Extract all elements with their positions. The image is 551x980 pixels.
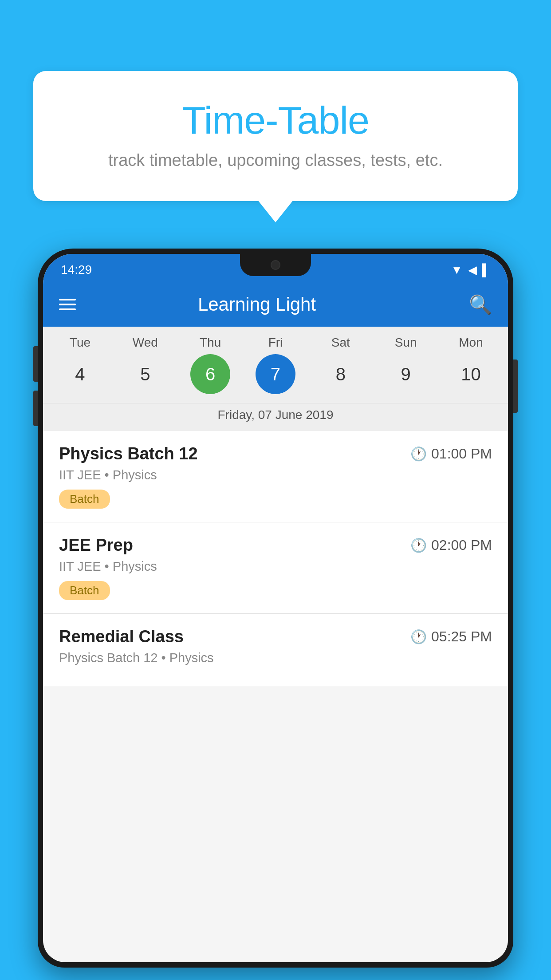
day-label-sat: Sat bbox=[321, 336, 361, 350]
day-7-selected[interactable]: 7 bbox=[256, 354, 295, 394]
day-5[interactable]: 5 bbox=[125, 354, 165, 394]
day-9[interactable]: 9 bbox=[386, 354, 426, 394]
status-icons: ▼ ◀ ▌ bbox=[451, 263, 490, 277]
schedule-item-2-subtitle: IIT JEE • Physics bbox=[59, 559, 492, 574]
wifi-icon: ▼ bbox=[451, 263, 463, 277]
phone-camera bbox=[271, 260, 280, 270]
schedule-item-3-header: Remedial Class 🕐 05:25 PM bbox=[59, 627, 492, 646]
schedule-item-1-time-text: 01:00 PM bbox=[431, 446, 492, 462]
day-label-mon: Mon bbox=[451, 336, 491, 350]
schedule-item-1-title: Physics Batch 12 bbox=[59, 444, 198, 463]
bubble-subtitle: track timetable, upcoming classes, tests… bbox=[64, 151, 487, 170]
toolbar-title: Learning Light bbox=[59, 294, 455, 315]
phone-outer: 14:29 ▼ ◀ ▌ Learning Light 🔍 bbox=[38, 249, 513, 968]
day-6-today[interactable]: 6 bbox=[190, 354, 230, 394]
day-labels: Tue Wed Thu Fri Sat Sun Mon bbox=[43, 336, 508, 354]
schedule-item-1[interactable]: Physics Batch 12 🕐 01:00 PM IIT JEE • Ph… bbox=[43, 431, 508, 522]
battery-icon: ▌ bbox=[482, 263, 490, 277]
day-label-fri: Fri bbox=[256, 336, 295, 350]
schedule-item-3-title: Remedial Class bbox=[59, 627, 184, 646]
schedule-item-1-header: Physics Batch 12 🕐 01:00 PM bbox=[59, 444, 492, 463]
schedule-item-2-time: 🕐 02:00 PM bbox=[410, 537, 492, 553]
speech-bubble-container: Time-Table track timetable, upcoming cla… bbox=[33, 71, 518, 201]
day-10[interactable]: 10 bbox=[451, 354, 491, 394]
schedule-item-3-subtitle: Physics Batch 12 • Physics bbox=[59, 651, 492, 665]
schedule-item-1-badge: Batch bbox=[59, 490, 110, 509]
schedule-item-2-time-text: 02:00 PM bbox=[431, 537, 492, 553]
schedule-item-2-header: JEE Prep 🕐 02:00 PM bbox=[59, 536, 492, 555]
bubble-title: Time-Table bbox=[64, 98, 487, 143]
phone-mockup: 14:29 ▼ ◀ ▌ Learning Light 🔍 bbox=[38, 249, 513, 980]
phone-notch bbox=[240, 254, 311, 276]
day-8[interactable]: 8 bbox=[321, 354, 361, 394]
schedule-item-1-subtitle: IIT JEE • Physics bbox=[59, 468, 492, 482]
phone-volume-up-button bbox=[33, 346, 38, 382]
status-time: 14:29 bbox=[61, 263, 92, 277]
day-label-tue: Tue bbox=[60, 336, 100, 350]
app-toolbar: Learning Light 🔍 bbox=[43, 282, 508, 327]
phone-volume-down-button bbox=[33, 391, 38, 426]
day-numbers: 4 5 6 7 8 9 10 bbox=[43, 354, 508, 403]
signal-icon: ◀ bbox=[468, 263, 477, 277]
day-label-thu: Thu bbox=[190, 336, 230, 350]
schedule-item-3-time-text: 05:25 PM bbox=[431, 628, 492, 645]
phone-screen: 14:29 ▼ ◀ ▌ Learning Light 🔍 bbox=[43, 254, 508, 962]
day-label-sun: Sun bbox=[386, 336, 426, 350]
speech-bubble: Time-Table track timetable, upcoming cla… bbox=[33, 71, 518, 201]
clock-icon-1: 🕐 bbox=[410, 446, 427, 462]
schedule-item-3-time: 🕐 05:25 PM bbox=[410, 628, 492, 645]
clock-icon-2: 🕐 bbox=[410, 537, 427, 553]
day-4[interactable]: 4 bbox=[60, 354, 100, 394]
search-icon[interactable]: 🔍 bbox=[469, 294, 492, 316]
schedule-item-3[interactable]: Remedial Class 🕐 05:25 PM Physics Batch … bbox=[43, 614, 508, 686]
schedule-item-2-badge: Batch bbox=[59, 581, 110, 600]
selected-date-label: Friday, 07 June 2019 bbox=[43, 403, 508, 431]
day-label-wed: Wed bbox=[125, 336, 165, 350]
schedule-item-2-title: JEE Prep bbox=[59, 536, 133, 555]
clock-icon-3: 🕐 bbox=[410, 629, 427, 644]
schedule-list: Physics Batch 12 🕐 01:00 PM IIT JEE • Ph… bbox=[43, 431, 508, 686]
phone-power-button bbox=[513, 360, 518, 413]
schedule-item-2[interactable]: JEE Prep 🕐 02:00 PM IIT JEE • Physics Ba… bbox=[43, 522, 508, 614]
calendar-header: Tue Wed Thu Fri Sat Sun Mon 4 5 6 7 8 9 … bbox=[43, 327, 508, 431]
schedule-item-1-time: 🕐 01:00 PM bbox=[410, 446, 492, 462]
